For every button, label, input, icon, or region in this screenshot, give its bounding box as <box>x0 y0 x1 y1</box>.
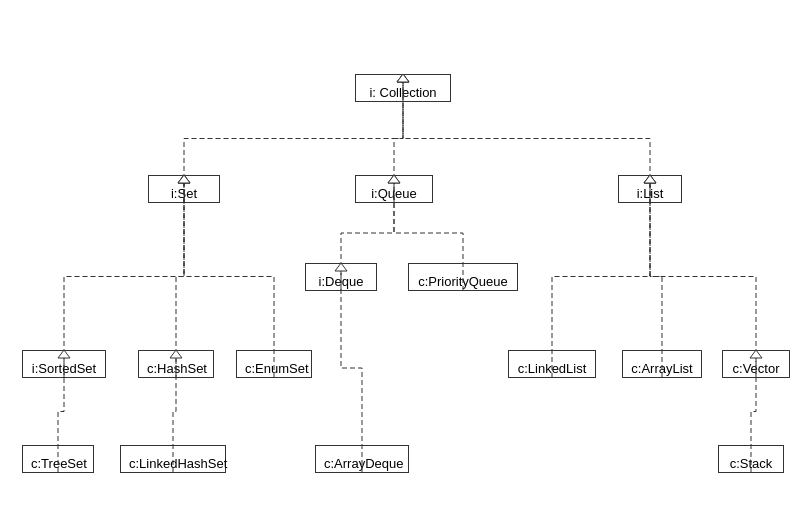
node-deque: i:Deque <box>305 263 377 291</box>
node-set: i:Set <box>148 175 220 203</box>
node-queue: i:Queue <box>355 175 433 203</box>
node-enumset: c:EnumSet <box>236 350 312 378</box>
node-list: i:List <box>618 175 682 203</box>
node-prqueue: c:PriorityQueue <box>408 263 518 291</box>
node-stack: c:Stack <box>718 445 784 473</box>
node-vector: c:Vector <box>722 350 790 378</box>
node-arraydeque: c:ArrayDeque <box>315 445 409 473</box>
node-arraylist: c:ArrayList <box>622 350 702 378</box>
node-hashset: c:HashSet <box>138 350 214 378</box>
node-collection: i: Collection <box>355 74 451 102</box>
node-sortedset: i:SortedSet <box>22 350 106 378</box>
node-linkedlist: c:LinkedList <box>508 350 596 378</box>
node-linkedhashset: c:LinkedHashSet <box>120 445 226 473</box>
node-treeset: c:TreeSet <box>22 445 94 473</box>
